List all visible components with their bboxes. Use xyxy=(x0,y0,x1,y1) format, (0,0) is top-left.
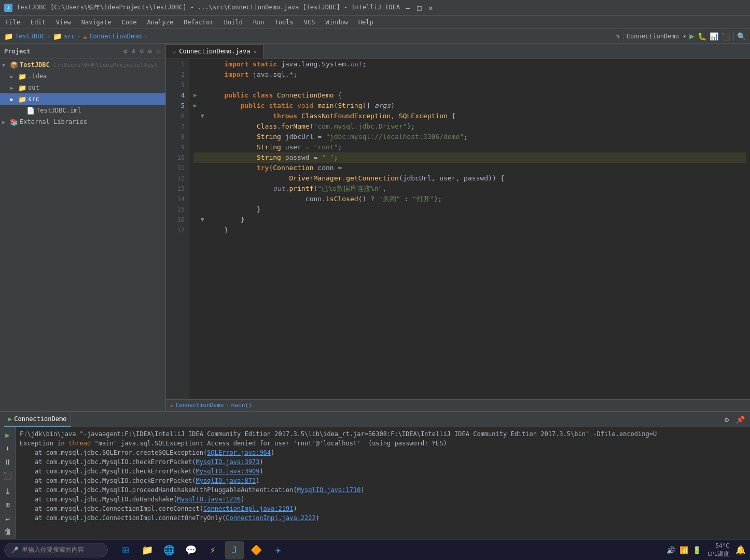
run-link-1[interactable]: SQLError.java:964 xyxy=(207,449,271,456)
breadcrumb-connectiondemo[interactable]: ConnectionDemo xyxy=(89,33,142,40)
menu-run[interactable]: Run xyxy=(248,16,270,29)
taskbar-chat-button[interactable]: 💬 xyxy=(182,541,200,559)
breadcrumb-src[interactable]: src xyxy=(64,33,75,40)
project-gear-icon[interactable]: ⚙ xyxy=(147,46,153,56)
taskbar-start-button[interactable]: ⊞ xyxy=(116,541,135,559)
clock[interactable]: 54°C CPU温度 xyxy=(707,542,729,558)
stop-button[interactable]: ⬛ xyxy=(721,32,730,40)
project-close-icon[interactable]: ◁ xyxy=(155,46,161,56)
run-panel-toolbar: ⚙ 📌 xyxy=(721,414,746,425)
tree-label-src: src xyxy=(28,95,39,103)
menu-window[interactable]: Window xyxy=(320,16,353,29)
run-settings-button[interactable]: ⚙ xyxy=(721,414,732,425)
taskbar-app6[interactable]: ✈ xyxy=(269,541,287,559)
taskbar-app5[interactable]: 🔶 xyxy=(247,541,266,559)
run-scroll-end-button[interactable]: ⤓ xyxy=(2,485,13,497)
run-output-line-1: F:\jdk\bin\java "-javaagent:F:\IDEA\Inte… xyxy=(20,429,746,439)
run-pin-button[interactable]: 📌 xyxy=(734,414,746,425)
editor-wrapper: Project ⚙ ⊕ ⊖ ⚙ ◁ ▼ 📦 TestJDBC C:\Users\… xyxy=(0,44,750,539)
line-10: 10 xyxy=(168,152,185,163)
tree-item-testjdbc[interactable]: ▼ 📦 TestJDBC C:\Users\锦年\IdeaProjects\Te… xyxy=(0,59,165,71)
run-link-2[interactable]: MysqlIO.java:3973 xyxy=(196,458,260,466)
code-editor[interactable]: 1 2 3 4 5 6 7 8 9 10 11 12 13 xyxy=(166,59,750,399)
run-tab-label: ConnectionDemo xyxy=(14,415,66,423)
fold-16[interactable]: ▼ xyxy=(201,215,208,225)
breadcrumb-method[interactable]: main() xyxy=(231,402,252,409)
code-lines[interactable]: import static java.lang.System.out; impo… xyxy=(189,59,750,399)
run-link-6[interactable]: MysqlIO.java:1226 xyxy=(177,496,241,503)
menu-code[interactable]: Code xyxy=(117,16,142,29)
run-play-button[interactable]: ▶ xyxy=(2,429,13,441)
menu-edit[interactable]: Edit xyxy=(25,16,51,29)
debug-button[interactable]: 🐛 xyxy=(698,32,706,40)
run-link-8[interactable]: ConnectionImpl.java:2222 xyxy=(226,514,315,522)
run-link-7[interactable]: ConnectionImpl.java:2191 xyxy=(203,505,293,512)
tree-item-out[interactable]: ▶ 📁 out xyxy=(0,82,165,93)
run-output-line-3: at com.mysql.jdbc.SQLError.createSQLExce… xyxy=(20,448,746,457)
menu-refactor[interactable]: Refactor xyxy=(178,16,219,29)
notification-icon[interactable]: 🔔 xyxy=(735,545,746,555)
line-15: 15 xyxy=(168,204,185,215)
maximize-button[interactable]: □ xyxy=(415,4,423,11)
tray-icon-3[interactable]: 🔋 xyxy=(692,546,701,554)
tree-label-iml: TestJDBC.iml xyxy=(36,107,81,114)
taskbar-intellij-button[interactable]: J xyxy=(225,541,244,559)
close-button[interactable]: ✕ xyxy=(427,4,434,11)
run-stop-button[interactable]: ⬛ xyxy=(2,470,13,481)
taskbar-app4[interactable]: ⚡ xyxy=(203,541,222,559)
src-folder-icon: 📁 xyxy=(18,95,26,103)
run-filter-button[interactable]: ⊞ xyxy=(2,499,13,510)
editor-breadcrumb: ☕ ConnectionDemo › main() xyxy=(166,399,750,411)
menu-navigate[interactable]: Navigate xyxy=(76,16,117,29)
menu-view[interactable]: View xyxy=(51,16,76,29)
search-button[interactable]: 🔍 xyxy=(737,32,746,40)
project-expand-icon[interactable]: ⊕ xyxy=(131,46,137,56)
run-button[interactable]: ▶ xyxy=(689,31,695,41)
run-wrap-button[interactable]: ↵ xyxy=(2,512,13,524)
run-tab-main[interactable]: ▶ ConnectionDemo xyxy=(4,412,71,427)
line-17: 17 xyxy=(168,225,185,235)
minimize-button[interactable]: — xyxy=(404,4,411,11)
run-clear-button[interactable]: 🗑 xyxy=(2,526,13,537)
run-config-dropdown[interactable]: ConnectionDemo ▾ xyxy=(627,33,687,40)
tab-close-button[interactable]: ✕ xyxy=(254,49,257,54)
code-line-5: ▶ public static void main(String[] args) xyxy=(193,101,746,111)
tree-item-src[interactable]: ▶ 📁 src xyxy=(0,93,165,105)
run-panel-body: ▶ ⬇ ⏸ ⬛ ⤓ ⊞ ↵ 🗑 F:\jdk\bin\java "-javaag… xyxy=(0,427,750,539)
code-line-2: import java.sql.*; xyxy=(193,69,746,80)
taskbar-search[interactable]: 🎤 里输入你要搜索的内容 xyxy=(4,543,108,557)
sort-icon[interactable]: ⇅ xyxy=(616,32,620,40)
breadcrumb-testjdbc[interactable]: TestJDBC xyxy=(15,33,45,40)
menu-vcs[interactable]: VCS xyxy=(299,16,321,29)
menu-file[interactable]: File xyxy=(0,16,25,29)
run-link-3[interactable]: MysqlIO.java:3909 xyxy=(196,468,260,475)
run-panel: ▶ ConnectionDemo ⚙ 📌 ▶ ⬇ ⏸ ⬛ ⤓ ⊞ xyxy=(0,411,750,539)
tray-icon-1[interactable]: 🔊 xyxy=(666,546,675,554)
taskbar-edge-button[interactable]: 🌐 xyxy=(160,541,178,559)
run-output[interactable]: F:\jdk\bin\java "-javaagent:F:\IDEA\Inte… xyxy=(16,427,750,539)
taskbar-explorer-button[interactable]: 📁 xyxy=(138,541,157,559)
tree-label-out: out xyxy=(28,84,39,91)
project-settings-icon[interactable]: ⚙ xyxy=(122,46,129,56)
run-link-5[interactable]: MysqlIO.java:1710 xyxy=(297,486,361,494)
menu-analyze[interactable]: Analyze xyxy=(142,16,178,29)
menu-tools[interactable]: Tools xyxy=(270,16,299,29)
coverage-button[interactable]: 📊 xyxy=(710,32,718,40)
run-link-4[interactable]: MysqlIO.java:873 xyxy=(196,477,256,484)
fold-6[interactable]: ▼ xyxy=(201,111,208,121)
menu-build[interactable]: Build xyxy=(219,16,248,29)
code-line-3 xyxy=(193,80,746,90)
breadcrumb-class[interactable]: ConnectionDemo xyxy=(176,402,224,409)
tree-item-iml[interactable]: 📄 TestJDBC.iml xyxy=(0,105,165,116)
tree-item-extlibs[interactable]: ▶ 📚 External Libraries xyxy=(0,116,165,128)
main-area: Project ⚙ ⊕ ⊖ ⚙ ◁ ▼ 📦 TestJDBC C:\Users\… xyxy=(0,44,750,539)
project-panel: Project ⚙ ⊕ ⊖ ⚙ ◁ ▼ 📦 TestJDBC C:\Users\… xyxy=(0,44,166,411)
tray-icon-2[interactable]: 📶 xyxy=(679,546,688,554)
run-step-over-button[interactable]: ⬇ xyxy=(2,443,13,454)
menu-help[interactable]: Help xyxy=(353,16,379,29)
editor-tab-connectiondemo[interactable]: ☕ ConnectionDemo.java ✕ xyxy=(166,44,263,59)
tree-item-idea[interactable]: ▶ 📁 .idea xyxy=(0,71,165,82)
run-pause-button[interactable]: ⏸ xyxy=(2,456,13,468)
tree-arrow-idea: ▶ xyxy=(10,74,17,79)
project-collapse-icon[interactable]: ⊖ xyxy=(139,46,145,56)
